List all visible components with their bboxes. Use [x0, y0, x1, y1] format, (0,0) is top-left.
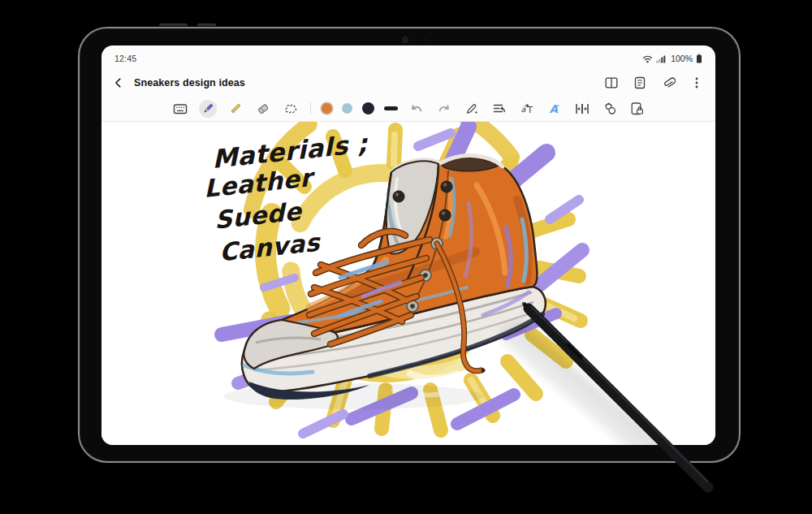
shapes-icon	[602, 101, 618, 117]
redo-icon	[436, 101, 452, 117]
kebab-menu-icon	[689, 76, 704, 90]
undo-icon	[408, 101, 425, 117]
straighten-icon	[491, 101, 508, 117]
keyboard-icon	[172, 101, 188, 117]
page-fit-icon	[574, 101, 590, 117]
redo-button[interactable]	[435, 100, 453, 118]
highlighter-icon	[227, 101, 244, 117]
ai-assist-button[interactable]: A	[546, 100, 564, 118]
sneaker-artwork	[102, 122, 715, 445]
clock: 12:45	[114, 54, 136, 63]
convert-to-text-icon: a T	[519, 101, 535, 117]
lasso-select-button[interactable]	[282, 100, 300, 118]
convert-to-text-button[interactable]: a T	[518, 100, 536, 118]
color-swatch-black[interactable]	[362, 102, 374, 114]
straighten-button[interactable]	[490, 100, 508, 118]
attachment-button[interactable]	[661, 76, 676, 90]
status-bar: 12:45 100%	[102, 45, 715, 68]
eraser-tool-button[interactable]	[254, 100, 272, 118]
page-overview-button[interactable]	[633, 76, 647, 90]
tablet-device: 12:45 100%	[78, 27, 741, 463]
color-swatch-blue[interactable]	[342, 103, 352, 114]
title-bar: Sneakers design ideas	[102, 68, 715, 96]
note-title: Sneakers design ideas	[134, 77, 245, 89]
spen-to-text-button[interactable]	[463, 100, 481, 118]
color-swatch-orange[interactable]	[322, 103, 332, 114]
page-list-icon	[633, 76, 647, 90]
signal-icon	[656, 54, 666, 63]
light-sensor	[424, 38, 427, 41]
status-icons: 100%	[642, 54, 702, 63]
note-canvas[interactable]: Materials ; Leather Suede Canvas	[102, 122, 715, 445]
pen-icon	[200, 101, 216, 117]
chevron-left-icon	[112, 76, 125, 89]
front-camera	[402, 37, 408, 43]
toolbar-divider	[310, 102, 311, 114]
drawing-toolbar: a T A	[102, 96, 715, 122]
svg-text:A: A	[549, 102, 558, 115]
highlighter-tool-button[interactable]	[227, 100, 244, 118]
battery-percent: 100%	[671, 54, 693, 63]
split-view-button[interactable]	[604, 76, 619, 90]
more-options-button[interactable]	[689, 76, 704, 90]
pen-tool-button[interactable]	[199, 100, 217, 118]
undo-button[interactable]	[408, 100, 425, 118]
eraser-icon	[255, 101, 271, 117]
wifi-icon	[642, 54, 653, 63]
page-lock-icon	[629, 101, 646, 117]
stroke-width-button[interactable]	[384, 106, 398, 110]
battery-icon	[696, 54, 702, 63]
lasso-icon	[283, 101, 299, 117]
page-lock-button[interactable]	[628, 100, 646, 118]
title-actions	[604, 76, 704, 90]
pen-sparkle-icon	[464, 101, 480, 117]
paperclip-icon	[661, 76, 676, 90]
stage: 12:45 100%	[0, 0, 812, 514]
text-keyboard-button[interactable]	[171, 100, 189, 118]
shape-recognition-button[interactable]	[601, 100, 619, 118]
screen: 12:45 100%	[102, 45, 715, 445]
split-view-icon	[604, 76, 619, 90]
ai-assist-icon: A	[546, 101, 563, 117]
page-fit-button[interactable]	[573, 100, 591, 118]
back-button[interactable]	[111, 76, 126, 90]
pen-shadow	[512, 325, 698, 445]
